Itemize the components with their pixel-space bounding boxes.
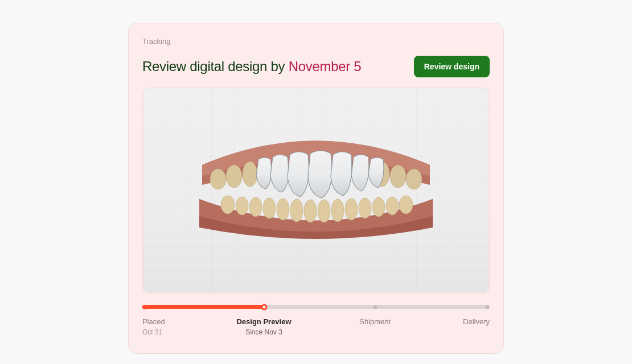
svg-point-16 bbox=[359, 198, 371, 218]
stage-date: Since Nov 3 bbox=[236, 328, 291, 337]
svg-point-4 bbox=[390, 165, 406, 188]
dental-model-render bbox=[179, 131, 453, 250]
title-deadline: November 5 bbox=[289, 59, 362, 74]
svg-point-10 bbox=[277, 198, 289, 220]
svg-point-9 bbox=[263, 198, 276, 218]
tracking-card: Tracking Review digital design by Novemb… bbox=[128, 23, 504, 354]
svg-point-2 bbox=[243, 162, 257, 187]
timeline-node-design-preview bbox=[261, 304, 267, 310]
svg-point-14 bbox=[331, 199, 344, 222]
svg-point-5 bbox=[406, 169, 422, 189]
svg-point-1 bbox=[226, 165, 242, 188]
svg-point-19 bbox=[399, 196, 413, 214]
timeline-fill bbox=[142, 305, 264, 309]
svg-point-6 bbox=[221, 196, 235, 214]
timeline-labels: Placed Oct 31 Design Preview Since Nov 3… bbox=[142, 317, 490, 340]
header-row: Review digital design by November 5 Revi… bbox=[142, 56, 490, 77]
svg-point-17 bbox=[372, 197, 385, 217]
review-design-button[interactable]: Review design bbox=[414, 56, 490, 77]
timeline-node-placed bbox=[142, 305, 147, 309]
svg-point-13 bbox=[318, 200, 330, 222]
svg-point-11 bbox=[290, 199, 303, 222]
timeline-node-delivery bbox=[486, 305, 490, 309]
stage-design-preview: Design Preview Since Nov 3 bbox=[236, 317, 291, 337]
timeline-node-shipment bbox=[373, 305, 377, 309]
design-preview-viewport[interactable] bbox=[142, 88, 490, 293]
svg-point-0 bbox=[210, 169, 226, 189]
timeline-track bbox=[142, 305, 490, 309]
svg-point-12 bbox=[304, 200, 317, 222]
stage-label: Shipment bbox=[359, 317, 391, 327]
stage-placed: Placed Oct 31 bbox=[142, 317, 165, 337]
title-prefix: Review digital design by bbox=[142, 59, 289, 74]
stage-label: Design Preview bbox=[236, 317, 291, 327]
progress-timeline: Placed Oct 31 Design Preview Since Nov 3… bbox=[142, 305, 490, 340]
svg-point-15 bbox=[345, 198, 358, 220]
stage-label: Delivery bbox=[463, 317, 490, 327]
section-label: Tracking bbox=[142, 37, 490, 46]
page-title: Review digital design by November 5 bbox=[142, 59, 361, 75]
stage-date: Oct 31 bbox=[142, 328, 165, 337]
stage-label: Placed bbox=[142, 317, 165, 327]
svg-point-7 bbox=[236, 197, 248, 215]
stage-shipment: Shipment bbox=[359, 317, 391, 328]
svg-point-8 bbox=[249, 197, 262, 217]
svg-point-18 bbox=[386, 197, 399, 215]
stage-delivery: Delivery bbox=[463, 317, 490, 328]
